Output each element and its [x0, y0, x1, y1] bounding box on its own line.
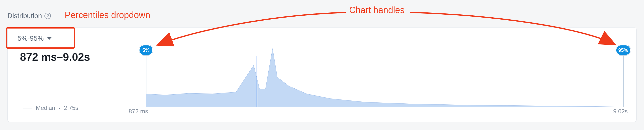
range-readout: 872 ms–9.02s: [20, 51, 90, 63]
axis-max-label: 9.02s: [613, 108, 628, 115]
annotation-dropdown-label: Percentiles dropdown: [65, 10, 150, 20]
annotation-handles-label: Chart handles: [349, 5, 404, 15]
median-legend: Median · 2.75s: [23, 104, 78, 111]
distribution-chart: 5% 95% 872 ms 9.02s: [146, 42, 626, 117]
annotation-dropdown-box: [6, 27, 75, 49]
help-icon[interactable]: ?: [44, 13, 51, 19]
chart-handle-right[interactable]: 95%: [616, 45, 631, 55]
median-swatch-icon: [23, 108, 32, 108]
distribution-card: 5%-95% 872 ms–9.02s Median · 2.75s 5% 95…: [8, 27, 636, 122]
section-title: Distribution: [8, 12, 42, 20]
density-area: [146, 42, 626, 107]
axis-min-label: 872 ms: [129, 108, 148, 115]
median-sep: ·: [59, 104, 60, 111]
median-marker: [256, 56, 257, 107]
median-prefix: Median: [36, 104, 55, 111]
chart-handle-left[interactable]: 5%: [139, 45, 153, 55]
median-value: 2.75s: [64, 104, 78, 111]
